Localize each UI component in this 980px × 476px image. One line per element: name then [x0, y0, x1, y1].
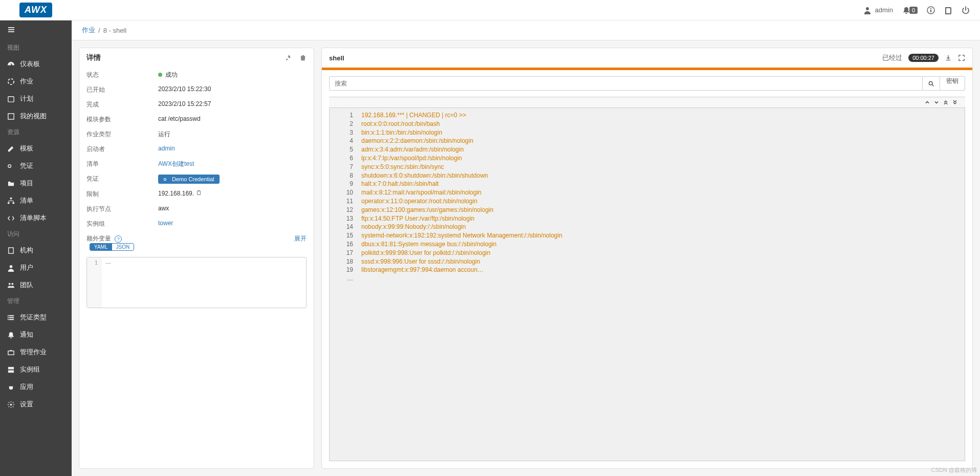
extravars-editor[interactable]: 1 ---	[86, 257, 307, 308]
output-line: systemd-network:x:192:192:systemd Networ…	[361, 231, 961, 240]
module-value: cat /etc/passwd	[158, 115, 307, 124]
top-icon[interactable]	[943, 99, 949, 105]
sidebar-item-label: 项目	[20, 179, 33, 188]
server-icon	[7, 366, 15, 374]
expand-link[interactable]: 展开	[294, 234, 307, 243]
search-button[interactable]	[923, 76, 940, 91]
cog-icon	[7, 401, 15, 408]
output-line: root:x:0:0:root:/root:/bin/bash	[361, 120, 961, 128]
output-line: adm:x:3:4:adm:/var/adm:/sbin/nologin	[361, 145, 961, 154]
clipboard-icon[interactable]	[196, 190, 202, 196]
brand-logo[interactable]: AWX	[0, 0, 72, 20]
sidebar-item-users[interactable]: 用户	[0, 259, 72, 276]
sidebar-item-label: 清单	[20, 196, 33, 205]
notif-count: 0	[909, 7, 918, 14]
sidebar-item-jobs[interactable]: 作业	[0, 73, 72, 90]
elapsed-badge: 00:00:27	[908, 54, 939, 62]
credential-pill[interactable]: Demo Credential	[158, 175, 220, 184]
sidebar-item-mgmt-jobs[interactable]: 管理作业	[0, 343, 72, 361]
sidebar-item-dashboard[interactable]: 仪表板	[0, 55, 72, 73]
current-user[interactable]: admin	[863, 6, 892, 14]
list-icon	[7, 314, 15, 321]
sidebar-item-settings[interactable]: 设置	[0, 396, 72, 413]
sidebar-item-label: 应用	[20, 382, 33, 392]
sidebar-item-projects[interactable]: 项目	[0, 175, 72, 192]
spinner-icon	[7, 78, 15, 85]
sidebar-item-myview[interactable]: 我的视图	[0, 107, 72, 125]
output-line: games:x:12:100:games:/usr/games:/sbin/no…	[361, 206, 961, 214]
user-icon	[863, 6, 872, 14]
bars-icon	[7, 26, 15, 34]
sidebar-item-apps[interactable]: 应用	[0, 378, 72, 396]
sidebar-item-label: 通知	[20, 330, 33, 339]
breadcrumb: 作业 / 8 - shell	[72, 20, 980, 40]
output-line: halt:x:7:0:halt:/sbin:/sbin/halt	[361, 180, 961, 188]
about-icon[interactable]	[927, 6, 935, 14]
output-line: daemon:x:2:2:daemon:/sbin:/sbin/nologin	[361, 137, 961, 145]
sidebar-item-label: 机构	[20, 246, 33, 255]
sidebar-item-instance-groups[interactable]: 实例组	[0, 361, 72, 378]
output-title: shell	[329, 54, 344, 62]
sidebar-item-label: 作业	[20, 77, 33, 86]
sidebar-section: 访问	[0, 227, 72, 242]
yaml-json-toggle[interactable]: YAML JSON	[90, 243, 134, 251]
download-icon[interactable]	[945, 54, 952, 61]
output-line: polkitd:x:999:998:User for polkitd:/:/sb…	[361, 249, 961, 257]
sidebar-item-templates[interactable]: 模板	[0, 140, 72, 157]
sidebar-item-label: 实例组	[20, 365, 40, 374]
launchedby-link[interactable]: admin	[158, 145, 175, 152]
relaunch-icon[interactable]	[285, 54, 292, 61]
sidebar-item-label: 清单脚本	[20, 213, 47, 223]
next-icon[interactable]	[933, 99, 940, 105]
sidebar-item-label: 管理作业	[20, 348, 47, 357]
sidebar-item-inventories[interactable]: 清单	[0, 192, 72, 209]
sidebar-item-credentials[interactable]: 凭证	[0, 157, 72, 175]
output-line: lp:x:4:7:lp:/var/spool/lpd:/sbin/nologin	[361, 154, 961, 163]
output-line: dbus:x:81:81:System message bus:/:/sbin/…	[361, 240, 961, 249]
yaml-tab[interactable]: YAML	[90, 244, 112, 250]
plug-icon	[7, 383, 15, 391]
inventory-link[interactable]: AWX创建test	[158, 160, 194, 167]
bell-icon	[7, 331, 15, 339]
prev-icon[interactable]	[924, 99, 930, 105]
expand-icon[interactable]	[958, 54, 965, 61]
output-line: ftp:x:14:50:FTP User:/var/ftp:/sbin/nolo…	[361, 214, 961, 223]
briefcase-icon	[7, 349, 15, 356]
key-icon	[163, 177, 169, 182]
sidebar-item-orgs[interactable]: 机构	[0, 242, 72, 259]
delete-icon[interactable]	[299, 54, 307, 61]
username-label: admin	[875, 6, 892, 14]
gauge-icon	[7, 60, 15, 68]
building-icon	[7, 247, 15, 254]
breadcrumb-root[interactable]: 作业	[82, 26, 95, 35]
logo-area: AWX	[0, 0, 72, 20]
sidebar-item-teams[interactable]: 团队	[0, 276, 72, 294]
sidebar-item-label: 计划	[20, 94, 33, 103]
output-area[interactable]: 12345678910111213141516171819… 192.168.1…	[329, 108, 965, 461]
output-line: mail:x:8:12:mail:/var/spool/mail:/sbin/n…	[361, 188, 961, 197]
output-line: sync:x:5:0:sync:/sbin:/bin/sync	[361, 163, 961, 171]
sidebar-item-inv-scripts[interactable]: 清单脚本	[0, 209, 72, 227]
notifications-button[interactable]: 0	[902, 6, 918, 14]
sidebar-item-cred-types[interactable]: 凭证类型	[0, 309, 72, 326]
user-icon	[7, 264, 15, 272]
jobtype-value: 运行	[158, 130, 307, 139]
sidebar-item-notifications[interactable]: 通知	[0, 326, 72, 343]
menu-toggle[interactable]	[0, 20, 72, 40]
sidebar: 视图仪表板作业计划我的视图资源模板凭证项目清单清单脚本访问机构用户团队管理凭证类…	[0, 20, 72, 476]
json-tab[interactable]: JSON	[112, 244, 134, 250]
docs-icon[interactable]	[944, 6, 952, 14]
bottom-icon[interactable]	[952, 99, 958, 105]
logout-icon[interactable]	[962, 6, 970, 14]
sidebar-item-schedules[interactable]: 计划	[0, 90, 72, 107]
sidebar-item-label: 用户	[20, 263, 33, 272]
instgroup-link[interactable]: tower	[158, 220, 173, 227]
search-input[interactable]	[329, 76, 923, 91]
key-button[interactable]: 密钥	[940, 76, 965, 91]
details-panel: 详情 状态成功 已开始2023/2/10 15:22:30 完成2023/2/1…	[79, 48, 314, 469]
pencil-icon	[7, 145, 15, 153]
output-line: operator:x:11:0:operator:/root:/sbin/nol…	[361, 197, 961, 206]
users-icon	[7, 282, 15, 289]
status-dot	[158, 73, 162, 77]
help-icon[interactable]: ?	[115, 235, 122, 243]
